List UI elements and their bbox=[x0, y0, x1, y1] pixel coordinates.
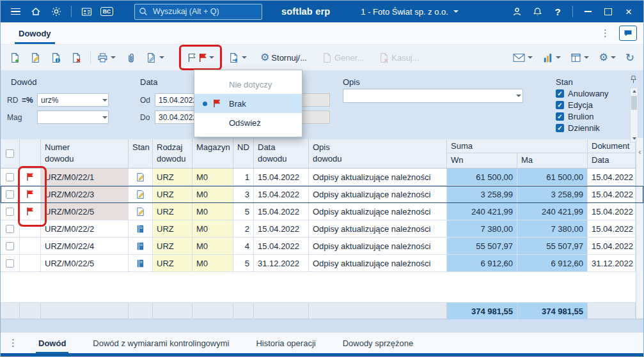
cell-numer[interactable]: URZ/M0/22/2 bbox=[41, 220, 129, 238]
cell-dokument-data[interactable]: 15.04.2022 bbox=[588, 169, 636, 186]
kebab-menu-icon[interactable]: ⋮ bbox=[598, 27, 613, 39]
cell-numer[interactable]: URZ/M0/22/4 bbox=[41, 238, 129, 255]
cell-wn[interactable]: 240 421,99 bbox=[447, 203, 517, 220]
cell-ma[interactable]: 61 500,00 bbox=[517, 169, 588, 186]
bottom-tab-historia-operacji[interactable]: Historia operacji bbox=[247, 333, 324, 354]
chevron-left-icon[interactable]: ‹ bbox=[638, 147, 641, 318]
workflow-button[interactable]: ⚙ bbox=[596, 48, 618, 67]
cell-dokument-data[interactable]: 15.04.2022 bbox=[588, 238, 636, 255]
bottom-tab-dowody-sprzezone[interactable]: Dowody sprzężone bbox=[334, 333, 423, 354]
cell-opis[interactable]: Odpisy aktualizujące należności bbox=[309, 186, 447, 203]
table-row[interactable]: URZ/M0/22/2 URZ M0 2 15.04.2022 Odpisy a… bbox=[1, 220, 643, 238]
cell-ma[interactable]: 240 421,99 bbox=[517, 203, 588, 220]
mag-filter-input[interactable] bbox=[37, 110, 109, 124]
help-button[interactable]: ? bbox=[548, 3, 567, 20]
cell-wn[interactable]: 3 258,99 bbox=[447, 186, 517, 203]
cell-nd[interactable]: 3 bbox=[233, 186, 254, 203]
flag-menu-item-nie-dotyczy[interactable]: Nie dotyczy bbox=[194, 75, 302, 94]
cell-rodzaj[interactable]: URZ bbox=[153, 169, 192, 186]
cell-data[interactable]: 15.04.2022 bbox=[254, 203, 309, 220]
column-header-numer[interactable]: Numer dowodu bbox=[41, 139, 129, 168]
edit-document-button[interactable] bbox=[27, 48, 43, 67]
notifications-button[interactable] bbox=[528, 3, 547, 20]
column-header-suma[interactable]: Suma Wn Ma bbox=[447, 139, 588, 168]
row-select-cell[interactable] bbox=[1, 238, 20, 255]
cell-numer[interactable]: URZ/M0/22/5 bbox=[41, 255, 129, 272]
cell-stan[interactable] bbox=[129, 220, 153, 238]
column-header-rodzaj[interactable]: Rodzaj dowodu bbox=[153, 139, 192, 168]
cell-magazyn[interactable]: M0 bbox=[192, 203, 233, 220]
column-header-magazyn[interactable]: Magazyn bbox=[192, 139, 233, 168]
table-row-selected[interactable]: URZ/M0/22/3 URZ M0 3 15.04.2022 Odpisy a… bbox=[1, 186, 643, 203]
cell-rodzaj[interactable]: URZ bbox=[153, 186, 192, 203]
cell-wn[interactable]: 6 912,60 bbox=[447, 255, 517, 272]
stan-checkbox-dziennik[interactable]: Dziennik bbox=[556, 123, 600, 133]
delete-document-button[interactable] bbox=[68, 48, 84, 67]
cell-ma[interactable]: 7 380,00 bbox=[517, 220, 588, 238]
row-select-cell[interactable] bbox=[1, 255, 20, 272]
checkbox-unchecked-icon[interactable] bbox=[6, 208, 14, 216]
flag-menu-item-brak[interactable]: Brak bbox=[194, 94, 302, 113]
theme-button[interactable] bbox=[47, 3, 66, 20]
document-settings-button[interactable] bbox=[143, 48, 167, 67]
column-header-stan[interactable]: Stan bbox=[129, 139, 153, 168]
cell-dokument-data[interactable]: 15.04.2022 bbox=[588, 220, 636, 238]
flag-cell[interactable] bbox=[20, 238, 41, 255]
stan-checkbox-edycja[interactable]: Edycja bbox=[556, 100, 593, 110]
cell-stan[interactable] bbox=[129, 203, 153, 220]
opis-filter-input[interactable] bbox=[343, 89, 523, 103]
bc-module-button[interactable]: BC bbox=[97, 3, 116, 20]
column-header-dokument[interactable]: Dokument Data bbox=[588, 139, 636, 168]
scroll-up-icon[interactable] bbox=[632, 90, 636, 93]
document-export-button[interactable] bbox=[226, 48, 249, 67]
cell-rodzaj[interactable]: URZ bbox=[153, 238, 192, 255]
kebab-menu-icon[interactable]: ⋮ bbox=[6, 337, 20, 349]
checkbox-unchecked-icon[interactable] bbox=[6, 242, 14, 250]
cell-wn[interactable]: 55 507,97 bbox=[447, 238, 517, 255]
cell-magazyn[interactable]: M0 bbox=[192, 169, 233, 186]
cell-dokument-data[interactable]: 15.04.2022 bbox=[588, 203, 636, 220]
cell-data[interactable]: 15.04.2022 bbox=[254, 169, 309, 186]
checkbox-unchecked-icon[interactable] bbox=[6, 149, 14, 158]
table-row[interactable]: URZ/M0/22/4 URZ M0 4 15.04.2022 Odpisy a… bbox=[1, 238, 643, 255]
row-select-cell[interactable] bbox=[1, 203, 20, 220]
table-row[interactable]: URZ/M0/22/1 URZ M0 1 15.04.2022 Odpisy a… bbox=[1, 169, 643, 186]
mail-button[interactable] bbox=[510, 48, 535, 67]
stan-checkbox-brulion[interactable]: Brulion bbox=[556, 112, 593, 121]
cell-opis[interactable]: Odpisy aktualizujące należności bbox=[309, 238, 447, 255]
search-input[interactable] bbox=[152, 6, 244, 17]
user-button[interactable] bbox=[507, 3, 526, 20]
stornuj-button[interactable]: ⚙ Stornuj/... bbox=[258, 48, 310, 67]
column-header-ma[interactable]: Ma bbox=[517, 153, 587, 168]
new-document-button[interactable] bbox=[7, 48, 23, 67]
cell-numer[interactable]: URZ/M0/22/1 bbox=[41, 169, 129, 186]
cell-wn[interactable]: 61 500,00 bbox=[447, 169, 517, 186]
attachment-button[interactable] bbox=[123, 48, 139, 67]
column-header-opis[interactable]: Opis dowodu bbox=[309, 139, 447, 168]
contacts-button[interactable] bbox=[77, 3, 96, 20]
rd-operator[interactable]: =% bbox=[22, 96, 33, 105]
flag-cell[interactable] bbox=[20, 169, 41, 186]
chart-button[interactable] bbox=[540, 48, 563, 67]
column-header-data[interactable]: Data dowodu bbox=[254, 139, 309, 168]
checkbox-unchecked-icon[interactable] bbox=[6, 259, 14, 268]
row-select-cell[interactable] bbox=[1, 186, 20, 203]
home-button[interactable] bbox=[26, 3, 45, 20]
cell-nd[interactable]: 1 bbox=[233, 169, 254, 186]
cell-stan[interactable] bbox=[129, 238, 153, 255]
cell-magazyn[interactable]: M0 bbox=[192, 186, 233, 203]
tab-dowody[interactable]: Dowody bbox=[12, 22, 58, 44]
print-button[interactable] bbox=[95, 48, 118, 67]
refresh-button[interactable]: ↻ bbox=[623, 48, 637, 67]
cell-wn[interactable]: 7 380,00 bbox=[447, 220, 517, 238]
stan-scrollbar[interactable] bbox=[630, 87, 638, 142]
cell-stan[interactable] bbox=[129, 186, 153, 203]
pin-icon[interactable] bbox=[630, 75, 637, 84]
cell-rodzaj[interactable]: URZ bbox=[153, 203, 192, 220]
cell-data[interactable]: 15.04.2022 bbox=[254, 186, 309, 203]
column-header-wn[interactable]: Wn bbox=[447, 153, 517, 168]
cell-magazyn[interactable]: M0 bbox=[192, 238, 233, 255]
scroll-thumb[interactable] bbox=[631, 96, 637, 110]
cell-opis[interactable]: Odpisy aktualizujące należności bbox=[309, 203, 447, 220]
layout-button[interactable] bbox=[568, 48, 592, 67]
